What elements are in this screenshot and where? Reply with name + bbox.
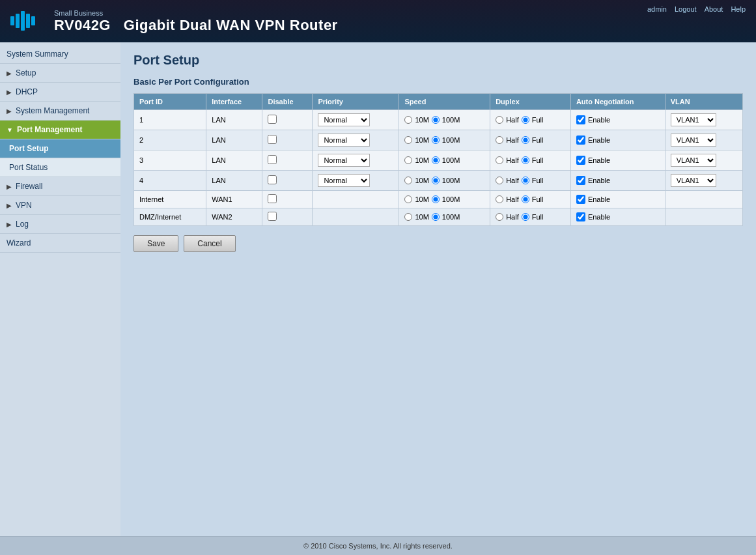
help-link[interactable]: Help — [731, 5, 746, 13]
header-title-block: Small Business RV042G Gigabit Dual WAN V… — [54, 9, 338, 34]
sidebar-item-log[interactable]: ▶ Log — [0, 215, 120, 234]
cell-vlan: VLAN1VLAN2VLAN3 — [665, 110, 742, 130]
sidebar-item-port-setup[interactable]: Port Setup — [0, 139, 120, 158]
sidebar-item-vpn[interactable]: ▶ VPN — [0, 196, 120, 215]
cell-speed: 10M100M — [399, 110, 490, 130]
duplex-full-radio[interactable] — [522, 136, 529, 144]
auto-neg-enable-label: Enable — [588, 136, 610, 144]
cell-auto-neg: Enable — [570, 150, 665, 171]
sidebar-item-system-management[interactable]: ▶ System Management — [0, 102, 120, 121]
duplex-half-radio[interactable] — [496, 136, 503, 144]
cell-duplex: HalfFull — [490, 171, 571, 191]
speed-10m-radio[interactable] — [404, 136, 412, 144]
disable-checkbox[interactable] — [268, 155, 277, 164]
speed-100m-radio[interactable] — [432, 116, 440, 124]
speed-10m-radio[interactable] — [404, 156, 412, 164]
disable-checkbox[interactable] — [268, 212, 277, 221]
cell-interface: LAN — [206, 110, 262, 130]
vlan-select[interactable]: VLAN1VLAN2VLAN3 — [671, 154, 716, 167]
auto-neg-checkbox[interactable] — [576, 115, 585, 124]
about-link[interactable]: About — [705, 5, 723, 13]
cell-auto-neg: Enable — [570, 110, 665, 130]
priority-select[interactable]: NormalHighMediumLow — [318, 113, 370, 126]
speed-10m-radio[interactable] — [404, 195, 412, 203]
logout-link[interactable]: Logout — [675, 5, 697, 13]
duplex-full-radio[interactable] — [522, 177, 529, 184]
sidebar-item-setup[interactable]: ▶ Setup — [0, 64, 120, 83]
disable-checkbox[interactable] — [268, 135, 277, 144]
auto-neg-checkbox[interactable] — [576, 135, 585, 145]
speed-10m-label: 10M — [415, 195, 428, 203]
duplex-full-radio[interactable] — [522, 156, 529, 164]
cell-port-id: 4 — [134, 171, 206, 191]
duplex-half-radio[interactable] — [496, 195, 503, 203]
cell-priority: NormalHighMediumLow — [313, 130, 399, 150]
disable-checkbox[interactable] — [268, 175, 277, 184]
duplex-full-radio[interactable] — [522, 213, 529, 221]
speed-10m-radio[interactable] — [404, 116, 412, 124]
duplex-half-label: Half — [506, 156, 519, 164]
cell-disable — [262, 191, 313, 208]
sidebar-item-firewall[interactable]: ▶ Firewall — [0, 177, 120, 196]
speed-100m-radio[interactable] — [432, 156, 440, 164]
save-button[interactable]: Save — [133, 235, 178, 252]
auto-neg-checkbox[interactable] — [576, 156, 585, 165]
sidebar-item-wizard[interactable]: Wizard — [0, 234, 120, 253]
vlan-select[interactable]: VLAN1VLAN2VLAN3 — [671, 134, 716, 147]
cell-port-id: 2 — [134, 130, 206, 150]
duplex-full-radio[interactable] — [522, 195, 529, 203]
duplex-half-radio[interactable] — [496, 177, 503, 184]
speed-100m-radio[interactable] — [432, 213, 440, 221]
cancel-button[interactable]: Cancel — [184, 235, 235, 252]
cell-disable — [262, 208, 313, 226]
table-row: DMZ/InternetWAN210M100MHalfFullEnable — [134, 208, 743, 226]
button-row: Save Cancel — [133, 235, 743, 252]
speed-10m-label: 10M — [415, 177, 428, 184]
priority-select[interactable]: NormalHighMediumLow — [318, 134, 370, 147]
priority-select[interactable]: NormalHighMediumLow — [318, 174, 370, 187]
disable-checkbox[interactable] — [268, 194, 277, 203]
speed-100m-radio[interactable] — [432, 177, 440, 184]
duplex-half-radio[interactable] — [496, 213, 503, 221]
speed-10m-label: 10M — [415, 136, 428, 144]
sidebar-item-port-status[interactable]: Port Status — [0, 158, 120, 177]
sidebar-item-system-summary[interactable]: System Summary — [0, 45, 120, 64]
priority-select[interactable]: NormalHighMediumLow — [318, 154, 370, 167]
speed-10m-radio[interactable] — [404, 177, 412, 184]
cell-speed: 10M100M — [399, 171, 490, 191]
col-port-id: Port ID — [134, 94, 206, 110]
vlan-select[interactable]: VLAN1VLAN2VLAN3 — [671, 174, 716, 187]
duplex-half-radio[interactable] — [496, 116, 503, 124]
duplex-full-radio[interactable] — [522, 116, 529, 124]
cell-port-id: Internet — [134, 191, 206, 208]
port-status-label: Port Status — [9, 163, 48, 172]
auto-neg-checkbox[interactable] — [576, 195, 585, 204]
vlan-select[interactable]: VLAN1VLAN2VLAN3 — [671, 113, 716, 126]
auto-neg-enable-label: Enable — [588, 116, 610, 124]
port-mgmt-label: Port Management — [17, 125, 83, 134]
port-config-table: Port ID Interface Disable Priority Speed… — [133, 93, 743, 226]
duplex-full-label: Full — [532, 116, 544, 124]
col-duplex: Duplex — [490, 94, 571, 110]
auto-neg-checkbox[interactable] — [576, 176, 585, 185]
duplex-half-radio[interactable] — [496, 156, 503, 164]
speed-10m-radio[interactable] — [404, 213, 412, 221]
auto-neg-checkbox[interactable] — [576, 212, 585, 221]
cell-port-id: 1 — [134, 110, 206, 130]
sidebar-item-dhcp[interactable]: ▶ DHCP — [0, 83, 120, 102]
duplex-half-label: Half — [506, 195, 519, 203]
svg-rect-4 — [31, 16, 35, 25]
main-layout: System Summary ▶ Setup ▶ DHCP ▶ System M… — [0, 42, 756, 536]
disable-checkbox[interactable] — [268, 115, 277, 124]
speed-10m-label: 10M — [415, 213, 428, 221]
speed-100m-radio[interactable] — [432, 136, 440, 144]
cell-auto-neg: Enable — [570, 191, 665, 208]
sidebar-item-port-management[interactable]: ▼ Port Management — [0, 121, 120, 139]
duplex-half-label: Half — [506, 213, 519, 221]
header-nav: admin Logout About Help — [647, 5, 746, 13]
col-disable: Disable — [262, 94, 313, 110]
router-desc: Gigabit Dual WAN VPN Router — [124, 17, 338, 33]
system-summary-label: System Summary — [7, 50, 68, 59]
speed-100m-radio[interactable] — [432, 195, 440, 203]
cell-priority: NormalHighMediumLow — [313, 171, 399, 191]
